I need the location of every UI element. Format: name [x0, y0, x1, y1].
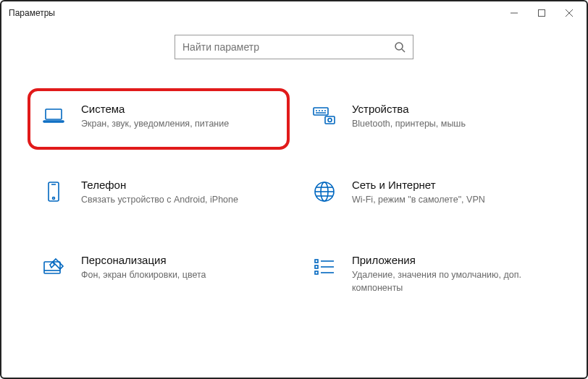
svg-rect-29 [315, 265, 318, 268]
tile-personalization[interactable]: Персонализация Фон, экран блокировки, цв… [30, 247, 287, 302]
tile-desc: Bluetooth, принтеры, мышь [352, 118, 547, 131]
paintbrush-icon [41, 254, 67, 280]
svg-point-4 [395, 43, 403, 50]
close-button[interactable] [563, 7, 575, 19]
svg-rect-27 [315, 260, 318, 263]
tile-desc: Фон, экран блокировки, цвета [81, 269, 277, 282]
tile-network[interactable]: Сеть и Интернет Wi-Fi, режим "в самолете… [301, 171, 558, 214]
minimize-button[interactable] [508, 7, 520, 19]
svg-rect-15 [325, 116, 335, 124]
window-controls [508, 7, 579, 19]
svg-line-5 [402, 49, 405, 52]
search-icon [394, 41, 406, 53]
tile-title: Телефон [81, 179, 277, 191]
window-title: Параметры [9, 8, 55, 18]
tile-phone[interactable]: Телефон Связать устройство с Android, iP… [30, 171, 287, 214]
globe-icon [311, 179, 337, 205]
tile-desc: Связать устройство с Android, iPhone [81, 194, 277, 207]
settings-grid: Система Экран, звук, уведомления, питани… [1, 59, 587, 316]
svg-point-16 [328, 119, 332, 122]
svg-rect-6 [46, 109, 62, 119]
tile-devices[interactable]: Устройства Bluetooth, принтеры, мышь [301, 95, 558, 138]
tile-desc: Экран, звук, уведомления, питание [81, 118, 277, 131]
tile-title: Устройства [352, 103, 547, 115]
keyboard-speaker-icon [311, 103, 337, 129]
tile-desc: Удаление, значения по умолчанию, доп. ко… [352, 269, 547, 294]
maximize-button[interactable] [536, 7, 547, 19]
search-input[interactable] [182, 41, 394, 53]
svg-rect-1 [539, 10, 545, 17]
list-icon [311, 254, 337, 280]
laptop-icon [41, 103, 67, 129]
phone-icon [41, 179, 67, 205]
tile-title: Приложения [352, 254, 547, 266]
tile-title: Персонализация [81, 254, 277, 266]
tile-desc: Wi-Fi, режим "в самолете", VPN [352, 194, 547, 207]
svg-rect-9 [314, 108, 328, 115]
svg-rect-31 [315, 271, 318, 274]
tile-system[interactable]: Система Экран, звук, уведомления, питани… [28, 88, 290, 150]
titlebar: Параметры [1, 1, 587, 25]
search-box[interactable] [175, 35, 413, 59]
svg-point-19 [53, 197, 55, 199]
tile-apps[interactable]: Приложения Удаление, значения по умолчан… [301, 247, 558, 302]
tile-title: Система [81, 103, 277, 115]
tile-title: Сеть и Интернет [352, 179, 547, 191]
svg-rect-17 [49, 182, 59, 201]
